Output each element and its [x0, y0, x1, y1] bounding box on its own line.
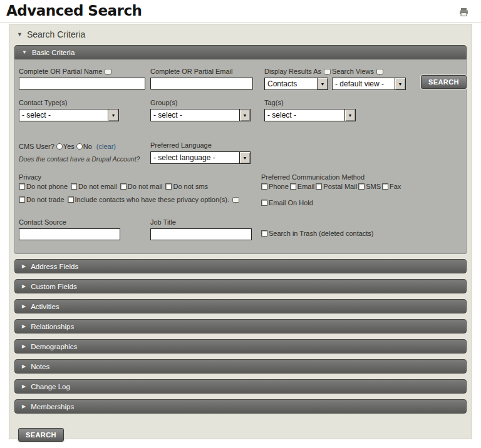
chevron-right-icon: ▶ [22, 344, 26, 349]
search-views-value: - default view - [333, 79, 384, 88]
section-demographics[interactable]: ▶ Demographics [14, 339, 467, 354]
comm-option-label: Fax [390, 183, 401, 190]
display-results-label: Display Results As [264, 68, 331, 75]
email-on-hold-label: Email On Hold [269, 199, 313, 206]
section-relationships[interactable]: ▶ Relationships [14, 319, 467, 333]
chevron-down-icon: ▼ [344, 109, 355, 121]
help-icon[interactable] [324, 69, 331, 74]
section-label: Change Log [31, 383, 70, 390]
chevron-right-icon: ▶ [22, 263, 26, 269]
section-change-log[interactable]: ▶ Change Log [14, 379, 467, 394]
help-icon[interactable] [376, 69, 383, 74]
privacy-option-label: Do not trade [26, 196, 65, 203]
checkbox-icon[interactable] [316, 183, 322, 190]
cms-user-yes-label: Yes [63, 143, 75, 150]
section-address-fields[interactable]: ▶ Address Fields [14, 259, 467, 273]
basic-criteria-label: Basic Criteria [32, 49, 75, 56]
chevron-right-icon: ▶ [22, 404, 26, 409]
privacy-include-option[interactable]: Include contacts who have these privacy … [68, 196, 229, 203]
checkbox-icon[interactable] [382, 183, 388, 190]
cms-user-no-radio[interactable] [76, 143, 83, 150]
checkbox-icon[interactable] [358, 183, 365, 190]
display-results-label-text: Display Results As [264, 68, 321, 75]
section-label: Address Fields [31, 263, 78, 270]
section-label: Notes [31, 363, 49, 370]
page-header: Advanced Search [0, 0, 481, 23]
comm-option-label: SMS [366, 183, 381, 190]
privacy-do-not-sms[interactable]: Do not sms [165, 183, 208, 190]
checkbox-icon[interactable] [19, 196, 25, 203]
privacy-label: Privacy [19, 173, 41, 181]
search-trash-checkbox[interactable]: Search in Trash (deleted contacts) [261, 230, 374, 237]
comm-option-label: Email [297, 183, 315, 190]
email-label: Complete OR Partial Email [150, 68, 253, 75]
chevron-down-icon: ▼ [239, 152, 250, 163]
section-activities[interactable]: ▶ Activities [14, 299, 467, 313]
tag-value: - select - [265, 111, 296, 120]
field-tag: Tag(s) - select - ▼ [264, 99, 356, 121]
cms-user-group: CMS User? Yes No (clear) [19, 143, 116, 150]
job-title-input[interactable] [150, 228, 252, 240]
printer-icon[interactable] [459, 8, 468, 19]
checkbox-icon[interactable] [19, 183, 25, 190]
email-input[interactable] [150, 78, 253, 89]
chevron-down-icon: ▼ [22, 49, 27, 55]
privacy-do-not-phone[interactable]: Do not phone [19, 183, 68, 190]
privacy-do-not-email[interactable]: Do not email [71, 183, 117, 190]
job-title-label-text: Job Title [150, 218, 176, 226]
cms-user-yes-radio[interactable] [56, 143, 63, 150]
chevron-right-icon: ▶ [22, 384, 26, 389]
comm-postal-mail[interactable]: Postal Mail [316, 183, 357, 190]
privacy-option-label: Do not email [78, 183, 117, 190]
checkbox-icon[interactable] [261, 183, 267, 190]
comm-fax[interactable]: Fax [382, 183, 401, 190]
group-select[interactable]: - select - ▼ [150, 109, 251, 121]
checkbox-icon[interactable] [261, 200, 267, 206]
checkbox-icon[interactable] [71, 183, 77, 190]
email-label-text: Complete OR Partial Email [150, 68, 232, 75]
section-memberships[interactable]: ▶ Memberships [14, 399, 467, 414]
section-label: Relationships [31, 323, 74, 330]
search-button-top[interactable]: SEARCH [421, 75, 467, 89]
display-results-select[interactable]: Contacts ▼ [264, 78, 328, 90]
privacy-do-not-trade[interactable]: Do not trade [19, 196, 65, 203]
contact-type-select[interactable]: - select - ▼ [19, 109, 119, 121]
checkbox-icon[interactable] [165, 183, 172, 190]
preferred-language-label: Preferred Language [150, 141, 251, 149]
field-display-results: Display Results As Contacts ▼ [264, 68, 331, 90]
preferred-language-label-text: Preferred Language [150, 141, 212, 149]
search-criteria-header[interactable]: ▼ Search Criteria [9, 24, 472, 45]
field-group: Group(s) - select - ▼ [150, 99, 251, 121]
name-input[interactable] [19, 78, 145, 89]
basic-criteria-header[interactable]: ▼ Basic Criteria [14, 45, 467, 59]
section-custom-fields[interactable]: ▶ Custom Fields [14, 279, 467, 293]
email-on-hold-checkbox[interactable]: Email On Hold [261, 199, 313, 206]
advanced-search-container: ▼ Search Criteria ▼ Basic Criteria Compl… [9, 24, 472, 439]
help-icon[interactable] [105, 69, 111, 74]
privacy-option-label: Do not mail [128, 183, 163, 190]
section-notes[interactable]: ▶ Notes [14, 359, 467, 374]
checkbox-icon[interactable] [68, 196, 74, 203]
search-button-bottom[interactable]: SEARCH [18, 428, 64, 442]
clear-link[interactable]: (clear) [96, 143, 116, 150]
field-job-title: Job Title [150, 218, 252, 240]
chevron-down-icon: ▼ [17, 31, 23, 38]
help-icon[interactable] [232, 197, 239, 203]
checkbox-icon[interactable] [290, 183, 296, 190]
tag-select[interactable]: - select - ▼ [264, 109, 356, 121]
preferred-language-select[interactable]: - select language - ▼ [150, 151, 251, 164]
comm-sms[interactable]: SMS [358, 183, 381, 190]
section-label: Custom Fields [31, 283, 77, 290]
search-trash-label: Search in Trash (deleted contacts) [269, 230, 374, 237]
privacy-option-label: Do not phone [26, 183, 68, 190]
privacy-do-not-mail[interactable]: Do not mail [120, 183, 163, 190]
preferred-language-value: - select language - [151, 153, 215, 162]
comm-email[interactable]: Email [290, 183, 315, 190]
search-views-select[interactable]: - default view - ▼ [332, 78, 406, 90]
group-label-text: Group(s) [150, 99, 177, 106]
name-label: Complete OR Partial Name [19, 68, 145, 75]
checkbox-icon[interactable] [261, 230, 267, 237]
contact-source-input[interactable] [19, 228, 120, 240]
checkbox-icon[interactable] [120, 183, 127, 190]
comm-phone[interactable]: Phone [261, 183, 289, 190]
